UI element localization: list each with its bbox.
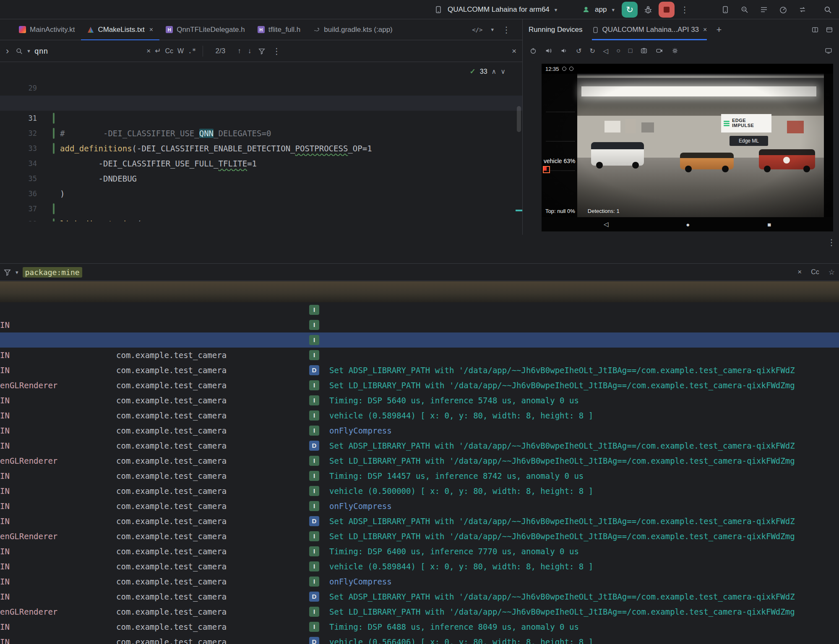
- log-row[interactable]: IN com.example.test_camera I Set LD_LIBR…: [0, 468, 839, 483]
- close-icon[interactable]: ×: [149, 26, 153, 34]
- tab-mainactivity-kt[interactable]: MainActivity.kt: [13, 19, 81, 40]
- previous-occurrence-icon[interactable]: ↑: [237, 47, 241, 55]
- log-row[interactable]: IN com.example.test_camera I Timing: DSP…: [0, 408, 839, 423]
- code-editor[interactable]: 29 30 31 # -DEI_CLASSIFIER_USE_QNN_DELEG…: [0, 62, 522, 221]
- log-row[interactable]: IN com.example.test_camera I Set ADSP_LI…: [0, 604, 839, 619]
- debug-button[interactable]: [644, 5, 653, 14]
- more-actions-icon[interactable]: ⋮: [680, 5, 689, 15]
- nav-home-icon[interactable]: ●: [686, 221, 690, 228]
- log-row[interactable]: IN com.example.test_camera I Timing: DSP…: [0, 483, 839, 499]
- volume-up-icon[interactable]: [545, 47, 552, 55]
- rotate-left-icon[interactable]: ↺: [576, 47, 581, 55]
- code-line[interactable]: 32 add_definitions(-DEI_CLASSIFIER_ENABL…: [0, 111, 522, 126]
- code-line[interactable]: 35 ): [0, 156, 522, 171]
- device-settings-icon[interactable]: [671, 47, 679, 55]
- tab-qnntflitedelegate-h[interactable]: H QnnTFLiteDelegate.h: [159, 19, 251, 40]
- add-device-icon[interactable]: +: [716, 24, 722, 35]
- log-row[interactable]: enGLRenderer com.example.test_camera D o…: [0, 634, 839, 644]
- filter-match-case-toggle[interactable]: Cc: [811, 268, 819, 276]
- chevron-down-icon[interactable]: ▾: [491, 26, 494, 33]
- next-occurrence-icon[interactable]: ↓: [248, 47, 252, 55]
- match-case-toggle[interactable]: Cc: [165, 47, 173, 55]
- editor-scrollbar[interactable]: [517, 106, 521, 132]
- screen-record-icon[interactable]: [656, 47, 663, 55]
- newline-icon[interactable]: ↵: [155, 47, 161, 55]
- profiler-icon[interactable]: [779, 5, 787, 14]
- log-row[interactable]: IN com.example.test_camera I Timing: DSP…: [0, 559, 839, 574]
- nav-back-icon[interactable]: ◁: [604, 221, 609, 228]
- log-row[interactable]: IN com.example.test_camera I Set ADSP_LI…: [0, 302, 839, 317]
- logcat-list[interactable]: IN com.example.test_camera I Set ADSP_LI…: [0, 302, 839, 644]
- device-tab[interactable]: QUALCOMM Lahaina...API 33 ×: [592, 19, 707, 40]
- screenshot-icon[interactable]: [640, 47, 648, 55]
- log-row[interactable]: IN com.example.test_camera I Set LD_LIBR…: [0, 317, 839, 332]
- todo-list-icon[interactable]: [760, 5, 768, 14]
- code-line[interactable]: 34 -DNDEBUG: [0, 141, 522, 156]
- next-problem-icon[interactable]: ∨: [500, 68, 505, 75]
- log-row[interactable]: IN com.example.test_camera I Set ADSP_LI…: [0, 529, 839, 544]
- logcat-options-icon[interactable]: ⋮: [827, 237, 836, 247]
- code-line[interactable]: 30: [0, 80, 522, 96]
- display-mode-icon[interactable]: [825, 47, 832, 55]
- hide-panel-icon[interactable]: [826, 26, 833, 34]
- android-back-icon[interactable]: ◁: [603, 47, 608, 55]
- log-row[interactable]: IN com.example.test_camera I vehicle (0.…: [0, 423, 839, 438]
- close-icon[interactable]: ×: [703, 26, 707, 34]
- log-row[interactable]: IN com.example.test_camera I Set ADSP_LI…: [0, 453, 839, 468]
- sync-icon[interactable]: [798, 5, 807, 14]
- favorite-filter-icon[interactable]: ☆: [829, 268, 835, 277]
- code-line[interactable]: 37 link_directories(: [0, 186, 522, 201]
- device-selector[interactable]: QUALCOMM Lahaina for arm64 ▾: [434, 0, 557, 19]
- search-field[interactable]: ▾ qnn × ↵ Cc W .*: [16, 47, 196, 55]
- run-config-selector[interactable]: app ▾: [582, 0, 615, 19]
- code-line[interactable]: 36: [0, 171, 522, 186]
- close-find-bar-icon[interactable]: ×: [512, 47, 516, 56]
- split-panel-icon[interactable]: [811, 26, 819, 34]
- rerun-button[interactable]: ↻: [622, 2, 638, 18]
- log-row[interactable]: enGLRenderer com.example.test_camera D o…: [0, 514, 839, 529]
- tab-tflite-full-h[interactable]: H tflite_full.h: [251, 19, 307, 40]
- log-row[interactable]: IN com.example.test_camera I vehicle (0.…: [0, 499, 839, 514]
- volume-down-icon[interactable]: [560, 47, 568, 55]
- logcat-filter-bar[interactable]: ▾ package:mine × Cc ☆: [0, 263, 839, 281]
- log-row[interactable]: IN com.example.test_camera I vehicle (0.…: [0, 348, 839, 363]
- search-history-icon[interactable]: ▾: [27, 48, 30, 54]
- log-row[interactable]: IN com.example.test_camera I vehicle (0.…: [0, 574, 839, 589]
- code-line[interactable]: 33 -DEI_CLASSIFIER_USE_FULL_TFLITE=1: [0, 126, 522, 141]
- logcat-filter-query[interactable]: package:mine: [23, 267, 82, 278]
- search-options-icon[interactable]: ⋮: [272, 46, 281, 56]
- log-row[interactable]: IN com.example.test_camera I Set LD_LIBR…: [0, 544, 839, 559]
- power-icon[interactable]: [529, 47, 537, 55]
- nav-recents-icon[interactable]: ■: [767, 221, 771, 228]
- expand-icon[interactable]: ›: [6, 46, 9, 57]
- search-everywhere-icon[interactable]: [823, 5, 832, 14]
- device-screen[interactable]: 12:35 EDGE IMPULSE Edge ML: [542, 64, 833, 231]
- log-row[interactable]: enGLRenderer com.example.test_camera D o…: [0, 363, 839, 378]
- filter-history-icon[interactable]: ▾: [16, 269, 18, 275]
- inspections-widget[interactable]: ✓ 33 ∧ ∨: [470, 67, 505, 76]
- android-home-icon[interactable]: ○: [616, 47, 620, 55]
- search-query[interactable]: qnn: [34, 47, 48, 55]
- code-line[interactable]: 38 ${CMAKE_SOURCE_DIR}/tflite/android64: [0, 201, 522, 216]
- stop-button[interactable]: [659, 2, 675, 18]
- prev-problem-icon[interactable]: ∧: [492, 68, 497, 75]
- kebab-menu-icon[interactable]: ⋮: [502, 25, 511, 35]
- code-line[interactable]: 31 # -DEI_CLASSIFIER_USE_QNN_DELEGATES=0: [0, 96, 522, 111]
- regex-toggle[interactable]: .*: [188, 47, 196, 55]
- log-row[interactable]: IN com.example.test_camera I Set LD_LIBR…: [0, 619, 839, 634]
- code-line[interactable]: 29: [0, 65, 522, 80]
- code-line[interactable]: 39 ${CMAKE_SOURCE_DIR}/tflite/android64/…: [0, 216, 522, 221]
- clear-search-icon[interactable]: ×: [146, 47, 151, 55]
- clear-filter-icon[interactable]: ×: [797, 268, 802, 276]
- tab-build-gradle-kts[interactable]: build.gradle.kts (:app): [307, 19, 399, 40]
- device-manager-icon[interactable]: [721, 5, 730, 14]
- log-row[interactable]: enGLRenderer com.example.test_camera D o…: [0, 438, 839, 453]
- log-row[interactable]: IN com.example.test_camera I Set ADSP_LI…: [0, 378, 839, 393]
- log-row[interactable]: IN com.example.test_camera I Set LD_LIBR…: [0, 393, 839, 408]
- markup-preview-icon[interactable]: </>: [472, 26, 482, 33]
- words-toggle[interactable]: W: [177, 47, 184, 55]
- find-in-files-icon[interactable]: [740, 5, 749, 14]
- log-row[interactable]: IN com.example.test_camera I Timing: DSP…: [0, 332, 839, 348]
- log-row[interactable]: enGLRenderer com.example.test_camera D o…: [0, 589, 839, 604]
- android-recents-icon[interactable]: □: [628, 47, 633, 55]
